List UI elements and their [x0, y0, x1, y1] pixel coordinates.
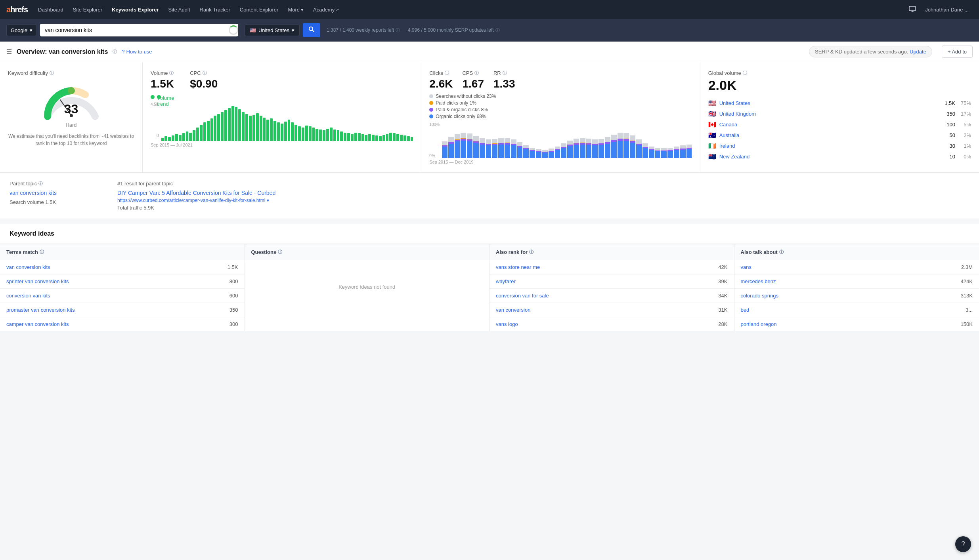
nav-content-explorer[interactable]: Content Explorer: [236, 4, 283, 15]
stacked-bar-segment: [586, 145, 592, 158]
volume-info[interactable]: ⓘ: [169, 70, 174, 76]
terms-match-vol-0: 1.5K: [218, 264, 238, 270]
search-button[interactable]: [303, 23, 320, 37]
terms-match-col: Terms match ⓘ van conversion kits 1.5K s…: [0, 244, 245, 331]
also-talk-link-1[interactable]: mercedes benz: [741, 278, 953, 284]
global-vol-info[interactable]: ⓘ: [743, 70, 747, 76]
how-to-use-link[interactable]: ? How to use: [122, 49, 152, 55]
terms-match-link-1[interactable]: sprinter van conversion kits: [6, 278, 218, 284]
logo[interactable]: ahrefs: [6, 5, 28, 14]
also-rank-link-2[interactable]: conversion van for sale: [496, 293, 708, 299]
bar: [302, 128, 304, 141]
monthly-updates-info[interactable]: ⓘ: [495, 27, 500, 33]
monthly-updates-stat: 4,996 / 5,000 monthly SERP updates left …: [408, 27, 500, 33]
clicks-info[interactable]: ⓘ: [445, 70, 449, 76]
also-talk-link-0[interactable]: vans: [741, 264, 953, 270]
search-input[interactable]: [40, 24, 238, 36]
bar: [270, 118, 273, 141]
url-dropdown-icon[interactable]: ▾: [267, 198, 269, 203]
bar: [189, 133, 192, 141]
also-rank-link-4[interactable]: vans logo: [496, 321, 708, 327]
bar: [224, 110, 227, 141]
add-to-button[interactable]: + Add to: [942, 46, 973, 58]
bar: [207, 121, 210, 141]
bar: [326, 129, 329, 141]
stacked-bar: [517, 123, 523, 158]
volume-value: 1.5K: [151, 78, 174, 90]
bar: [340, 131, 343, 141]
country-us[interactable]: United States: [719, 100, 936, 106]
country-list: 🇺🇸 United States 1.5K 75% 🇬🇧 United King…: [708, 99, 971, 160]
bar: [291, 122, 294, 141]
rr-info[interactable]: ⓘ: [503, 70, 507, 76]
stacked-bar: [605, 123, 610, 158]
bar: [298, 126, 301, 141]
also-talk-link-3[interactable]: bed: [741, 307, 953, 313]
result-title[interactable]: DIY Camper Van: 5 Affordable Conversion …: [117, 190, 969, 196]
stacked-bar: [680, 123, 686, 158]
terms-match-info[interactable]: ⓘ: [40, 249, 44, 255]
also-talk-link-4[interactable]: portland oregon: [741, 321, 953, 327]
also-rank-info[interactable]: ⓘ: [529, 249, 533, 255]
country-ca[interactable]: Canada: [719, 122, 936, 128]
stacked-bar-segment: [567, 146, 573, 158]
also-talk-info[interactable]: ⓘ: [779, 249, 784, 255]
bar: [281, 124, 283, 141]
also-rank-vol-3: 31K: [708, 307, 728, 313]
also-rank-link-3[interactable]: van conversion: [496, 307, 708, 313]
country-ie-pct: 1%: [958, 143, 971, 149]
terms-match-link-4[interactable]: camper van conversion kits: [6, 321, 218, 327]
cpc-info[interactable]: ⓘ: [203, 70, 207, 76]
nav-site-explorer[interactable]: Site Explorer: [69, 4, 106, 15]
country-ca-vol: 100: [939, 122, 955, 128]
engine-select[interactable]: Google ▾: [6, 25, 37, 36]
bar: [161, 138, 164, 141]
nav-more[interactable]: More▾: [284, 4, 308, 15]
country-uk[interactable]: United Kingdom: [719, 111, 936, 117]
also-talk-link-2[interactable]: colorado springs: [741, 293, 953, 299]
stacked-bar-segment: [517, 147, 523, 158]
also-rank-link-0[interactable]: vans store near me: [496, 264, 708, 270]
terms-match-link-0[interactable]: van conversion kits: [6, 264, 218, 270]
legend-dot-paid: [429, 101, 433, 105]
nav-site-audit[interactable]: Site Audit: [164, 4, 194, 15]
also-rank-link-1[interactable]: wayfarer: [496, 278, 708, 284]
stacked-bar-segment: [642, 148, 648, 158]
parent-topic-info[interactable]: ⓘ: [38, 181, 43, 187]
title-info-icon[interactable]: ⓘ: [113, 49, 117, 55]
questions-col: Questions ⓘ Keyword ideas not found: [245, 244, 490, 331]
hamburger-icon[interactable]: ☰: [6, 48, 12, 55]
nav-rank-tracker[interactable]: Rank Tracker: [196, 4, 234, 15]
country-ie[interactable]: Ireland: [719, 143, 936, 149]
stacked-bar-segment: [686, 145, 692, 148]
update-link[interactable]: Update: [910, 49, 926, 55]
stacked-bar: [661, 123, 667, 158]
nav-dashboard[interactable]: Dashboard: [34, 4, 67, 15]
country-nz[interactable]: New Zealand: [719, 154, 936, 160]
also-talk-row-2: colorado springs 313K: [734, 289, 979, 303]
nav-keywords-explorer[interactable]: Keywords Explorer: [108, 4, 163, 15]
nav-academy[interactable]: Academy↗: [309, 4, 343, 15]
stacked-bar-segment: [448, 137, 454, 142]
weekly-reports-info[interactable]: ⓘ: [396, 27, 400, 33]
stacked-bar-segment: [498, 138, 504, 143]
country-us-pct: 75%: [958, 100, 971, 106]
stacked-bar-segment: [461, 133, 466, 139]
stacked-bar: [686, 123, 692, 158]
user-name[interactable]: Johnathan Dane ...: [921, 4, 973, 15]
cps-info[interactable]: ⓘ: [474, 70, 479, 76]
bar: [309, 126, 312, 141]
country-select[interactable]: 🇺🇸 United States ▾: [245, 25, 300, 36]
kd-info-icon[interactable]: ⓘ: [50, 70, 54, 76]
stacked-bar-segment: [523, 149, 529, 158]
questions-info[interactable]: ⓘ: [278, 249, 282, 255]
result-url[interactable]: https://www.curbed.com/article/camper-va…: [117, 198, 969, 203]
terms-match-link-2[interactable]: conversion van kits: [6, 293, 218, 299]
also-rank-row-4: vans logo 28K: [489, 317, 734, 331]
stacked-bar: [523, 123, 529, 158]
parent-topic-link[interactable]: van conversion kits: [10, 190, 105, 196]
terms-match-link-3[interactable]: promaster van conversion kits: [6, 307, 218, 313]
trend-dot: [151, 95, 155, 99]
country-au[interactable]: Australia: [719, 132, 936, 138]
bar: [351, 134, 354, 141]
